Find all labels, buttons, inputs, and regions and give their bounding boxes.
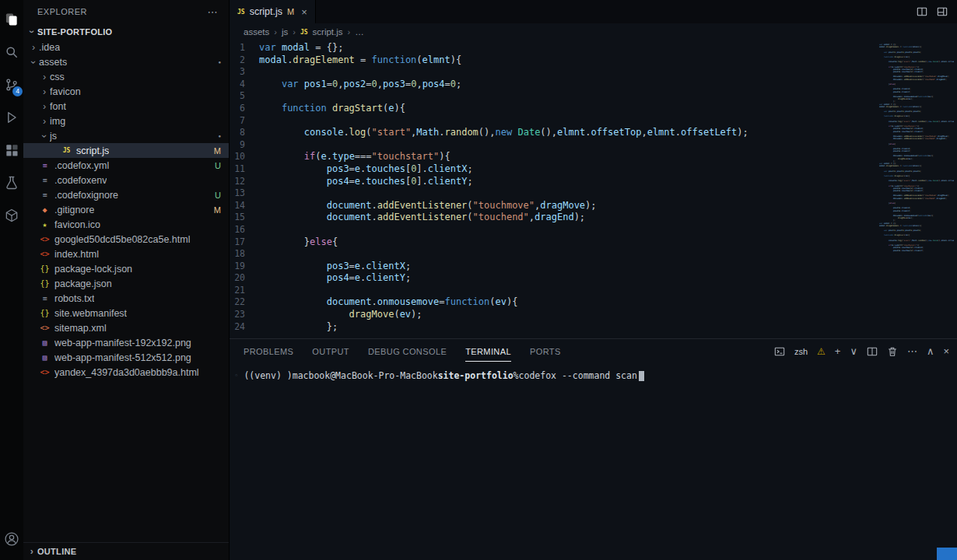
chevron-right-icon: › [39,72,50,82]
code-line[interactable]: 21 [230,285,871,297]
code-text: dragMove(ev); [259,309,422,321]
code-line[interactable]: 5 [230,90,871,103]
panel-tab-output[interactable]: OUTPUT [312,341,349,362]
editor-pane[interactable]: 1var modal = {};2modal.dragElement = fun… [230,40,957,338]
close-tab-icon[interactable]: × [301,6,307,18]
tree-item[interactable]: JSscript.jsM [23,143,229,158]
code-line[interactable]: 12 pos4=e.touches[0].clientY; [230,176,871,188]
editor-actions [917,0,957,23]
code-line[interactable]: 11 pos3=e.touches[0].clientX; [230,163,871,176]
line-number: 6 [230,103,259,115]
code-line[interactable]: 10 if(e.type==="touchstart"){ [230,151,871,163]
code-line[interactable]: 7 [230,115,871,128]
outline-section[interactable]: › OUTLINE [23,542,229,560]
code-line[interactable]: 19 pos3=e.clientX; [230,261,871,273]
panel-tab-ports[interactable]: PORTS [530,341,561,362]
code-line[interactable]: 20 pos4=e.clientY; [230,272,871,285]
editor-layout-icon[interactable] [937,6,948,17]
tree-item[interactable]: <>index.html [23,247,229,261]
tree-item[interactable]: ◆.gitignoreM [23,202,229,217]
code-line[interactable]: 3 [230,66,871,79]
code-text: document.addEventListener("touchend",dra… [259,212,585,224]
tree-item[interactable]: ★favicon.ico [23,217,229,232]
code-line[interactable]: 13 [230,187,871,200]
warning-icon[interactable]: ⚠ [817,346,826,357]
code-area[interactable]: 1var modal = {};2modal.dragElement = fun… [230,42,871,333]
tree-item[interactable]: <>sitemap.xml [23,320,229,335]
code-line[interactable]: 17 }else{ [230,236,871,249]
code-line[interactable]: 2modal.dragElement = function(elmnt){ [230,54,871,67]
tree-item[interactable]: ›img [23,114,229,128]
file-type-icon: ≡ [38,191,51,199]
source-control-icon[interactable]: 4 [0,68,23,101]
section-site-portfolio[interactable]: › SITE-PORTFOLIO [23,23,229,40]
code-line[interactable]: 1var modal = {}; [230,42,871,54]
code-line[interactable]: 15 document.addEventListener("touchend",… [230,212,871,224]
tree-item[interactable]: ≡robots.txt [23,291,229,306]
terminal-dropdown-icon[interactable]: ∨ [850,345,857,357]
tree-item[interactable]: ▨web-app-manifest-192x192.png [23,335,229,350]
new-terminal-icon[interactable]: + [835,345,841,357]
search-icon[interactable] [0,36,23,68]
tree-item[interactable]: ›favicon [23,84,229,99]
code-line[interactable]: 23 dragMove(ev); [230,309,871,321]
tree-item[interactable]: ›assets● [23,54,229,69]
split-editor-icon[interactable] [917,6,927,17]
code-line[interactable]: 9 [230,139,871,152]
account-icon[interactable] [0,523,23,555]
editor-tab[interactable]: JSscript.jsM× [230,0,316,23]
code-line[interactable]: 14 document.addEventListener("touchmove"… [230,200,871,212]
tree-item[interactable]: ▨web-app-manifest-512x512.png [23,350,229,365]
tree-item[interactable]: <>googled50dcd5be082ca5e.html [23,232,229,247]
minimap[interactable]: var modal = {};modal.dragElement = funct… [879,44,954,252]
terminal[interactable]: ◦((venv) ) macbook@MacBook-Pro-MacBook s… [230,363,957,381]
file-type-icon: ★ [38,220,51,229]
status-bar-remote-indicator[interactable] [937,548,957,560]
git-status-badge: U [215,161,221,170]
tree-item[interactable]: {}package-lock.json [23,261,229,276]
code-line[interactable]: 4 var pos1=0,pos2=0,pos3=0,pos4=0; [230,79,871,91]
testing-icon[interactable] [0,166,23,199]
tree-item[interactable]: <>yandex_4397da3d0aebbb9a.html [23,365,229,380]
package-icon[interactable] [0,199,23,232]
breadcrumb-item[interactable]: … [355,27,364,37]
line-number: 1 [230,42,259,54]
code-line[interactable]: 22 document.onmousemove=function(ev){ [230,296,871,309]
kill-terminal-icon[interactable] [887,346,898,357]
code-line[interactable]: 16 [230,224,871,236]
tree-item[interactable]: ›css [23,69,229,84]
panel-tab-debug-console[interactable]: DEBUG CONSOLE [368,341,447,362]
line-number: 17 [230,236,259,249]
files-icon[interactable] [0,3,23,36]
code-line[interactable]: 8 console.log("start",Math.random(),new … [230,127,871,139]
breadcrumb-item[interactable]: assets [244,27,269,37]
extensions-icon[interactable] [0,134,23,166]
tree-item[interactable]: ≡.codefox.ymlU [23,158,229,173]
breadcrumb-item[interactable]: js [282,27,288,37]
maximize-panel-icon[interactable]: ∧ [927,345,934,357]
more-actions-icon[interactable]: ⋯ [907,345,917,357]
tree-item[interactable]: ≡.codefoxenv [23,173,229,187]
tree-item-label: web-app-manifest-512x512.png [54,352,191,363]
tree-item[interactable]: {}package.json [23,276,229,291]
activity-bar-bottom [0,523,23,560]
code-line[interactable]: 24 }; [230,321,871,334]
tree-item[interactable]: ≡.codefoxignoreU [23,187,229,202]
terminal-text: ((venv) ) [244,370,292,381]
panel-tab-problems[interactable]: PROBLEMS [244,341,293,362]
run-debug-icon[interactable] [0,101,23,134]
chevron-right-icon: › [39,86,50,97]
close-panel-icon[interactable]: × [943,345,949,357]
tree-item[interactable]: ›js● [23,128,229,143]
panel-tab-terminal[interactable]: TERMINAL [465,341,511,362]
tree-item[interactable]: ›font [23,99,229,114]
terminal-profile-icon[interactable] [774,346,785,357]
shell-name[interactable]: zsh [794,347,808,356]
tree-item[interactable]: ›.idea [23,40,229,54]
split-terminal-icon[interactable] [867,346,878,357]
breadcrumb-item[interactable]: script.js [313,27,343,37]
code-line[interactable]: 18 [230,248,871,261]
more-actions-icon[interactable]: ⋯ [208,6,219,18]
tree-item[interactable]: {}site.webmanifest [23,306,229,320]
code-line[interactable]: 6 function dragStart(e){ [230,103,871,115]
